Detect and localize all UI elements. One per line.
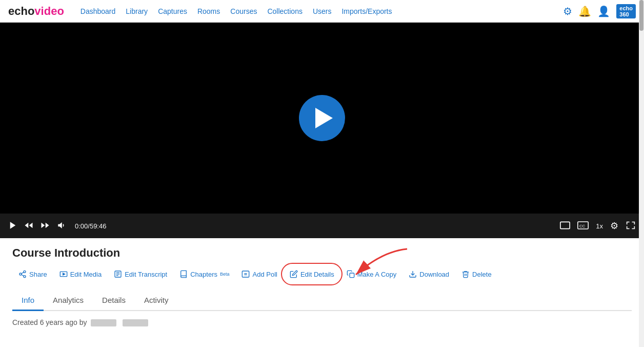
svg-marker-1 [25,222,29,228]
svg-marker-4 [42,222,45,228]
nav-imports-exports[interactable]: Imports/Exports [341,7,392,15]
play-control[interactable] [8,221,17,232]
username-blur-2 [123,319,148,326]
svg-marker-5 [58,222,62,228]
nav-right: ⚙ 🔔 👤 echo360 [563,4,636,18]
svg-line-12 [22,275,24,276]
nav-users[interactable]: Users [313,7,332,15]
scrollbar-track[interactable] [639,0,644,335]
svg-rect-20 [243,271,249,277]
share-button[interactable]: Share [12,267,53,281]
svg-marker-15 [63,273,65,275]
svg-marker-2 [29,222,33,228]
logo-video: video [34,5,64,18]
video-player: 0:00/59:46 CC 1x ⚙ [0,23,644,238]
page-title: Course Introduction [12,246,632,260]
username-blur-1 [91,319,116,326]
video-controls: 0:00/59:46 CC 1x ⚙ [0,214,644,238]
add-poll-button[interactable]: Add Poll [235,267,283,281]
user-icon[interactable]: 👤 [597,5,610,17]
video-area[interactable] [0,23,644,214]
nav-collections[interactable]: Collections [267,7,302,15]
tab-info[interactable]: Info [12,291,44,311]
settings-icon[interactable]: ⚙ [563,5,572,17]
svg-point-11 [24,276,26,278]
play-icon [315,108,333,128]
time-display: 0:00/59:46 [75,222,106,230]
nav-dashboard[interactable]: Dashboard [80,7,116,15]
echo360-badge: echo360 [616,4,636,18]
content-area: Course Introduction Share Edit Media Edi… [0,238,644,335]
tab-analytics[interactable]: Analytics [44,291,93,311]
theater-mode-icon[interactable] [560,221,570,231]
speed-control[interactable]: 1x [596,222,603,230]
scrollbar-thumb[interactable] [639,0,643,31]
play-button[interactable] [299,95,345,141]
delete-label: Delete [472,271,492,278]
nav-links: Dashboard Library Captures Rooms Courses… [80,7,392,15]
nav-courses[interactable]: Courses [230,7,257,15]
edit-details-label: Edit Details [300,271,334,278]
svg-text:CC: CC [579,223,586,228]
edit-media-label: Edit Media [70,271,102,278]
add-poll-label: Add Poll [252,271,277,278]
svg-marker-3 [46,222,49,228]
svg-point-9 [24,271,26,273]
captions-icon[interactable]: CC [577,221,589,231]
svg-rect-24 [350,273,354,278]
tab-activity[interactable]: Activity [135,291,178,311]
nav-library[interactable]: Library [126,7,148,15]
edit-transcript-label: Edit Transcript [125,271,167,278]
delete-button[interactable]: Delete [455,267,498,281]
beta-badge: Beta [220,272,230,277]
edit-details-wrapper: Edit Details [284,267,340,281]
chapters-button[interactable]: ChaptersBeta [173,267,235,281]
svg-point-10 [19,273,22,275]
fastforward-control[interactable] [40,221,50,232]
edit-media-button[interactable]: Edit Media [53,267,108,281]
action-bar: Share Edit Media Edit Transcript Chapter… [12,267,632,281]
player-settings-icon[interactable]: ⚙ [610,221,618,230]
svg-line-13 [22,272,24,274]
edit-details-button[interactable]: Edit Details [284,267,340,281]
download-button[interactable]: Download [402,267,455,281]
make-copy-button[interactable]: Make A Copy [340,267,403,281]
share-label: Share [29,271,47,278]
svg-marker-0 [10,222,16,229]
download-label: Download [419,271,449,278]
nav-captures[interactable]: Captures [158,7,187,15]
edit-transcript-button[interactable]: Edit Transcript [108,267,173,281]
svg-rect-6 [560,222,570,228]
tab-bar: Info Analytics Details Activity [12,291,632,311]
created-text: Created 6 years ago by [12,318,87,326]
logo[interactable]: echovideo [8,5,64,18]
navbar: echovideo Dashboard Library Captures Roo… [0,0,644,23]
rewind-control[interactable] [24,221,34,232]
nav-rooms[interactable]: Rooms [197,7,220,15]
bell-icon[interactable]: 🔔 [578,5,591,17]
info-content: Created 6 years ago by [12,318,632,326]
fullscreen-icon[interactable] [626,221,636,232]
tab-details[interactable]: Details [93,291,135,311]
make-copy-label: Make A Copy [357,271,397,278]
right-controls: CC 1x ⚙ [560,221,636,232]
volume-control[interactable] [56,221,67,232]
logo-echo: echo [8,5,34,18]
chapters-label: Chapters [190,271,217,278]
